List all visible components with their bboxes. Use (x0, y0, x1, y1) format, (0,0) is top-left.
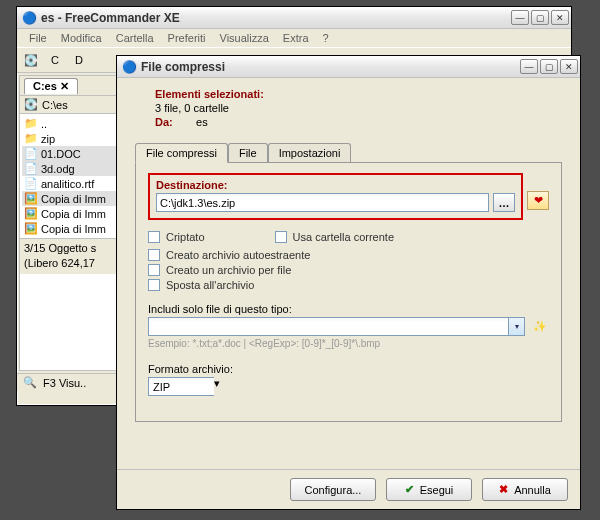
dialog-titlebar[interactable]: 🔵 File compressi — ▢ ✕ (117, 56, 580, 78)
main-title: es - FreeCommander XE (41, 11, 511, 25)
menu-extra[interactable]: Extra (277, 31, 315, 45)
image-icon: 🖼️ (24, 207, 38, 220)
checkbox-move[interactable] (148, 279, 160, 291)
folder-icon: 📁 (24, 117, 38, 130)
image-icon: 🖼️ (24, 192, 38, 205)
format-combo[interactable]: ZIP ▾ (148, 377, 220, 396)
menu-file[interactable]: File (23, 31, 53, 45)
tabstrip: File compressi File Impostazioni (135, 142, 562, 162)
x-icon: ✖ (499, 483, 508, 496)
from-label: Da: (155, 116, 193, 128)
destination-label: Destinazione: (156, 179, 515, 191)
menu-help[interactable]: ? (317, 31, 335, 45)
drive-icon-small: 💽 (24, 98, 38, 111)
browse-button[interactable]: … (493, 193, 515, 212)
tab-compressed[interactable]: File compressi (135, 143, 228, 163)
chevron-down-icon[interactable]: ▾ (508, 317, 525, 336)
menu-edit[interactable]: Modifica (55, 31, 108, 45)
tab-settings[interactable]: Impostazioni (268, 143, 352, 163)
include-hint: Esempio: *.txt;a*.doc | <RegExp>: [0-9]*… (148, 338, 549, 349)
configure-button[interactable]: Configura... (290, 478, 376, 501)
compress-dialog: 🔵 File compressi — ▢ ✕ Elementi selezion… (116, 55, 581, 510)
format-value: ZIP (153, 381, 170, 393)
tab-file[interactable]: File (228, 143, 268, 163)
encrypted-label: Criptato (166, 231, 205, 243)
per-file-label: Creato un archivio per file (166, 264, 291, 276)
close-button[interactable]: ✕ (551, 10, 569, 25)
dialog-title: File compressi (141, 60, 520, 74)
dialog-maximize-button[interactable]: ▢ (540, 59, 558, 74)
status-f3[interactable]: F3 Visu.. (43, 377, 86, 389)
checkbox-use-current-folder[interactable] (275, 231, 287, 243)
include-combo[interactable]: ▾ (148, 317, 525, 336)
dialog-footer: Configura... ✔Esegui ✖Annulla (117, 469, 580, 509)
check-icon: ✔ (405, 483, 414, 496)
menu-view[interactable]: Visualizza (214, 31, 275, 45)
move-label: Sposta all'archivio (166, 279, 254, 291)
filter-icon[interactable]: ✨ (531, 320, 549, 333)
menubar: File Modifica Cartella Preferiti Visuali… (17, 29, 571, 47)
file-icon: 📄 (24, 147, 38, 160)
menu-folder[interactable]: Cartella (110, 31, 160, 45)
sfx-label: Creato archivio autoestraente (166, 249, 310, 261)
file-icon: 📄 (24, 177, 38, 190)
tab-panel: Destinazione: … ❤ Criptato Usa cartella … (135, 162, 562, 422)
drive-c-button[interactable]: C (45, 50, 65, 70)
image-icon: 🖼️ (24, 222, 38, 235)
checkbox-encrypted[interactable] (148, 231, 160, 243)
selected-header: Elementi selezionati: (155, 88, 562, 100)
main-titlebar[interactable]: 🔵 es - FreeCommander XE — ▢ ✕ (17, 7, 571, 29)
maximize-button[interactable]: ▢ (531, 10, 549, 25)
execute-button[interactable]: ✔Esegui (386, 478, 472, 501)
drive-d-button[interactable]: D (69, 50, 89, 70)
folder-icon: 📁 (24, 132, 38, 145)
dialog-minimize-button[interactable]: — (520, 59, 538, 74)
use-current-folder-label: Usa cartella corrente (293, 231, 395, 243)
from-value: es (196, 116, 208, 128)
destination-group: Destinazione: … (148, 173, 523, 220)
archive-icon: 🔵 (121, 59, 137, 75)
selected-count: 3 file, 0 cartelle (155, 102, 562, 114)
chevron-down-icon[interactable]: ▾ (214, 377, 220, 396)
favorite-button[interactable]: ❤ (527, 191, 549, 210)
include-label: Includi solo file di questo tipo: (148, 303, 549, 315)
checkbox-per-file[interactable] (148, 264, 160, 276)
magnify-icon: 🔍 (23, 376, 37, 389)
destination-input[interactable] (156, 193, 489, 212)
dialog-close-button[interactable]: ✕ (560, 59, 578, 74)
app-icon: 🔵 (21, 10, 37, 26)
checkbox-sfx[interactable] (148, 249, 160, 261)
file-icon: 📄 (24, 162, 38, 175)
cancel-button[interactable]: ✖Annulla (482, 478, 568, 501)
drive-icon[interactable]: 💽 (21, 50, 41, 70)
format-label: Formato archivio: (148, 363, 549, 375)
minimize-button[interactable]: — (511, 10, 529, 25)
address-text[interactable]: C:\es (42, 99, 68, 111)
panel-tab[interactable]: C:es ✕ (24, 78, 78, 94)
menu-fav[interactable]: Preferiti (162, 31, 212, 45)
